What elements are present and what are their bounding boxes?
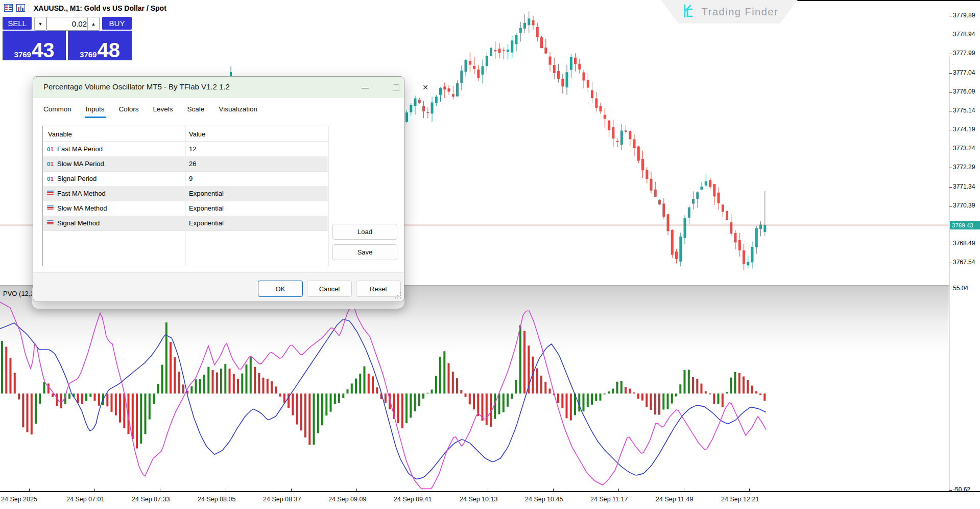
time-tick (422, 489, 422, 491)
dialog-tabs: CommonInputsColorsLevelsScaleVisualizati… (42, 103, 258, 118)
time-tick (94, 489, 95, 491)
price-axis-label: 3775.14 (953, 107, 975, 114)
time-axis-label: 24 Sep 12:21 (721, 496, 759, 503)
indicator-properties-dialog: Percentage Volume Oscillator MT5 - By TF… (33, 76, 404, 302)
time-axis-label: 24 Sep 10:45 (525, 496, 563, 503)
indicator-label: PVO (12,2 (3, 290, 34, 297)
time-tick (356, 489, 357, 491)
variable-value: Exponential (189, 190, 224, 197)
price-tick (949, 263, 952, 263)
table-row[interactable]: Slow MA MethodExponential (43, 201, 328, 216)
price-axis-label: 3778.94 (953, 31, 975, 38)
time-tick (749, 489, 750, 491)
price-tick (949, 92, 952, 92)
price-axis-label: 3773.24 (953, 145, 975, 152)
table-row[interactable]: Signal MethodExponential (43, 216, 328, 230)
tab-common[interactable]: Common (42, 103, 73, 118)
price-tick (949, 244, 952, 244)
maximize-icon (393, 84, 399, 91)
price-tick (949, 149, 952, 149)
price-tick (949, 54, 952, 54)
table-header-row: Variable Value (43, 126, 328, 142)
price-axis-label: 3777.04 (953, 69, 975, 76)
price-tick (949, 168, 952, 168)
cancel-button[interactable]: Cancel (307, 281, 352, 297)
table-row[interactable]: Fast MA MethodExponential (43, 186, 328, 201)
tab-levels[interactable]: Levels (152, 103, 174, 118)
time-axis-label: 24 Sep 07:33 (132, 496, 170, 503)
time-axis-label: 24 Sep 2025 (1, 496, 37, 503)
mt5-chart-window: PVO (12,2 3769.43 3779.893778.943777.993… (0, 0, 980, 509)
time-tick (488, 489, 488, 491)
time-axis-label: 24 Sep 07:01 (66, 496, 104, 503)
reset-button[interactable]: Reset (356, 281, 401, 297)
numeric-input-icon: 01 (47, 161, 54, 167)
current-price-badge: 3769.43 (950, 221, 980, 229)
time-axis-separator (0, 491, 980, 492)
time-tick (226, 489, 226, 491)
time-axis-label: 24 Sep 11:17 (590, 496, 628, 503)
time-axis-label: 24 Sep 11:49 (656, 496, 693, 503)
numeric-input-icon: 01 (47, 176, 54, 182)
trading-finder-banner-text: Trading Finder (702, 6, 778, 18)
variable-column-header: Variable (43, 130, 72, 138)
table-row[interactable]: 01Slow MA Period26 (43, 156, 328, 171)
price-tick (949, 73, 952, 74)
ok-button[interactable]: OK (258, 281, 303, 297)
tab-colors[interactable]: Colors (118, 103, 140, 118)
tab-visualization[interactable]: Visualization (218, 103, 258, 118)
pane-axis-label: -50.62 (953, 486, 970, 493)
save-button[interactable]: Save (332, 244, 397, 260)
pane-axis-label: 55.04 (953, 285, 968, 292)
trading-finder-banner: Trading Finder (661, 0, 798, 24)
variable-value: 9 (189, 175, 193, 182)
variable-value: Exponential (189, 219, 224, 227)
tab-scale[interactable]: Scale (186, 103, 206, 118)
close-button[interactable]: ✕ (417, 80, 434, 95)
time-axis-label: 24 Sep 09:41 (394, 496, 432, 503)
time-axis-label: 24 Sep 10:13 (460, 496, 497, 503)
load-button[interactable]: Load (332, 224, 397, 240)
inputs-table: Variable Value 01Fast MA Period1201Slow … (42, 126, 328, 266)
time-axis-label: 24 Sep 08:37 (263, 496, 301, 503)
price-tick (949, 206, 952, 206)
price-axis-label: 3779.89 (953, 12, 975, 19)
price-tick (949, 187, 952, 188)
time-axis-label: 24 Sep 09:09 (328, 496, 366, 503)
numeric-input-icon: 01 (47, 146, 54, 152)
price-axis-label: 3774.19 (953, 126, 975, 133)
dialog-title: Percentage Volume Oscillator MT5 - By TF… (43, 82, 230, 91)
enum-input-icon (47, 220, 54, 226)
time-tick (160, 489, 160, 491)
time-tick (553, 489, 554, 491)
pane-tick (949, 289, 952, 289)
price-axis-label: 3771.34 (953, 183, 975, 190)
price-axis-label: 3770.39 (953, 202, 975, 209)
variable-value: Exponential (189, 204, 224, 212)
time-axis-label: 24 Sep 08:05 (198, 496, 235, 503)
enum-input-icon (47, 205, 54, 211)
time-tick (291, 489, 292, 491)
price-tick (949, 16, 952, 16)
tab-inputs[interactable]: Inputs (85, 103, 106, 118)
row-divider (43, 230, 328, 231)
table-row[interactable]: 01Signal Period9 (43, 171, 328, 186)
table-row[interactable]: 01Fast MA Period12 (43, 142, 328, 156)
price-tick (949, 130, 952, 130)
variable-value: 12 (189, 145, 196, 153)
enum-input-icon (47, 191, 54, 196)
time-tick (618, 489, 619, 491)
price-axis-label: 3772.29 (953, 164, 975, 171)
maximize-button[interactable] (388, 80, 404, 95)
time-tick (29, 489, 30, 491)
price-axis-label: 3767.54 (953, 259, 975, 266)
price-tick (949, 111, 952, 111)
price-axis-label: 3768.49 (953, 240, 975, 247)
price-axis-label: 3777.99 (953, 50, 975, 57)
top-border-segment (790, 0, 980, 1)
resize-grip[interactable] (395, 292, 401, 298)
price-axis-border (949, 57, 949, 491)
minimize-button[interactable]: — (357, 80, 373, 95)
pane-tick (949, 490, 952, 491)
trading-finder-logo-icon (680, 4, 697, 20)
